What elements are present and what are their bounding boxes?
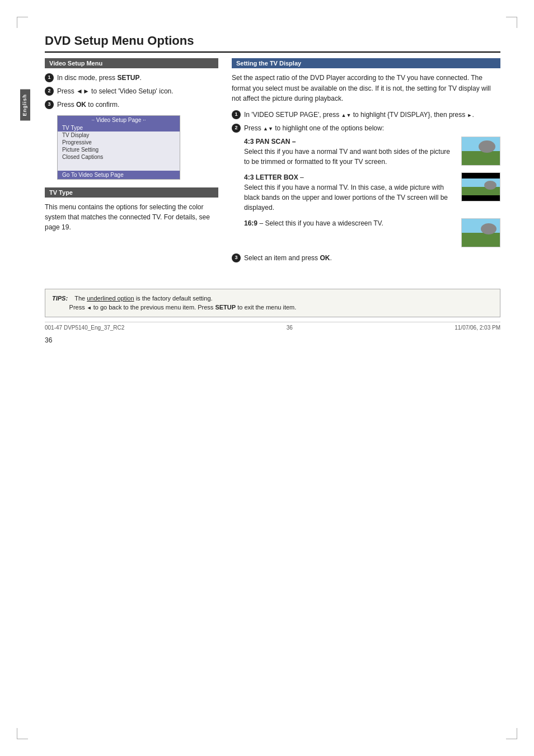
corner-mark-br [506,728,517,739]
letter-box-title: 4:3 LETTER BOX [244,173,298,181]
footer-right: 11/07/06, 2:03 PM [455,325,500,331]
tri-down-2-icon [268,124,273,132]
right-step-3: 3 Select an item and press OK. [232,253,500,263]
step-2-number: 2 [45,87,54,96]
letter-box-thumbnail [461,172,500,201]
footer-left: 001-47 DVP5140_Eng_37_RC2 [45,325,124,331]
right-step-3-number: 3 [232,253,241,262]
right-step-2-number: 2 [232,124,241,133]
page-content: DVD Setup Menu Options Video Setup Menu … [0,0,534,378]
option-widescreen: 16:9 – Select this if you have a widescr… [244,218,500,247]
step-2-select-video: 2 Press ◄► to select 'Video Setup' icon. [45,86,218,96]
step-1-disc-mode: 1 In disc mode, press SETUP. [45,73,218,83]
right-step-2: 2 Press to highlight one of the options … [232,123,500,133]
footer-center-page: 36 [287,325,293,331]
step-3-confirm: 3 Press OK to confirm. [45,100,218,110]
tv-type-header: TV Type [45,187,218,198]
right-step-1: 1 In 'VIDEO SETUP PAGE', press to highli… [232,110,500,120]
step-3-text: Press OK to confirm. [57,100,218,110]
video-setup-menu-header: Video Setup Menu [45,58,218,68]
tri-right-icon [467,111,472,119]
pan-scan-description: Select this if you have a normal TV and … [244,148,450,166]
right-step-1-text: In 'VIDEO SETUP PAGE', press to highligh… [244,110,500,120]
pan-scan-image [462,137,500,165]
two-column-layout: Video Setup Menu 1 In disc mode, press S… [45,58,500,266]
ok-bold-3: OK [320,254,330,262]
nav-arrows: ◄► [76,87,90,95]
menu-box-footer: Go To Video Setup Page [58,171,180,179]
tips-label: TIPS: [52,295,68,302]
step-1-number: 1 [45,73,54,82]
right-column: Setting the TV Display Set the aspect ra… [232,58,500,266]
widescreen-title: 16:9 [244,219,257,227]
menu-item-tv-display: TV Display [58,132,180,139]
underlined-option: underlined option [87,295,134,302]
menu-item-closed-captions: Closed Captions [58,153,180,161]
option-letter-box-text: 4:3 LETTER BOX – Select this if you have… [244,172,457,213]
tv-type-section: TV Type This menu contains the options f… [45,187,218,232]
tv-type-text: This menu contains the options for selec… [45,202,218,232]
letter-box-image [462,173,500,201]
menu-item-picture-setting: Picture Setting [58,146,180,153]
tri-left-tips-icon [87,304,92,311]
setting-tv-display-header: Setting the TV Display [232,58,500,68]
step-3-number: 3 [45,100,54,109]
right-step-3-text: Select an item and press OK. [244,253,500,263]
step-2-text: Press ◄► to select 'Video Setup' icon. [57,86,218,96]
setup-tips-bold: SETUP [215,304,236,311]
letterbox-inner [462,179,500,195]
video-setup-menu-section: Video Setup Menu 1 In disc mode, press S… [45,58,218,180]
menu-screenshot-box: ·· Video Setup Page ·· TV Type TV Displa… [57,115,180,180]
menu-item-progressive: Progressive [58,139,180,146]
menu-box-title: ·· Video Setup Page ·· [58,116,180,124]
option-widescreen-text: 16:9 – Select this if you have a widescr… [244,218,457,228]
option-pan-scan: 4:3 PAN SCAN – Select this if you have a… [244,137,500,167]
setup-bold: SETUP [117,74,139,82]
ok-bold: OK [76,101,86,109]
widescreen-thumbnail [461,218,500,247]
letter-box-dash: – [298,173,304,181]
option-pan-scan-text: 4:3 PAN SCAN – Select this if you have a… [244,137,457,167]
pan-scan-title: 4:3 PAN SCAN – [244,138,296,145]
step-1-text: In disc mode, press SETUP. [57,73,218,83]
page-title: DVD Setup Menu Options [45,34,500,53]
corner-mark-bl [17,728,28,739]
left-column: Video Setup Menu 1 In disc mode, press S… [45,58,218,266]
menu-item-tv-type: TV Type [58,124,180,132]
tips-box: TIPS: The underlined option is the facto… [45,289,500,317]
letter-box-description: Select this if you have a normal TV. In … [244,184,448,212]
right-step-2-text: Press to highlight one of the options be… [244,123,500,133]
pan-scan-thumbnail [461,137,500,166]
tri-down-icon [346,111,351,119]
tips-line1: The underlined option is the factory def… [74,295,212,302]
page-number: 36 [45,336,500,344]
widescreen-description: – Select this if you have a widescreen T… [259,219,383,227]
footer-bar: 001-47 DVP5140_Eng_37_RC2 36 11/07/06, 2… [45,322,500,331]
tips-line2: Press to go back to the previous menu it… [69,304,297,311]
right-step-1-number: 1 [232,110,241,119]
tri-up-2-icon [263,124,268,132]
right-intro-text: Set the aspect ratio of the DVD Player a… [232,73,500,104]
widescreen-image [462,219,500,247]
option-letter-box: 4:3 LETTER BOX – Select this if you have… [244,172,500,213]
